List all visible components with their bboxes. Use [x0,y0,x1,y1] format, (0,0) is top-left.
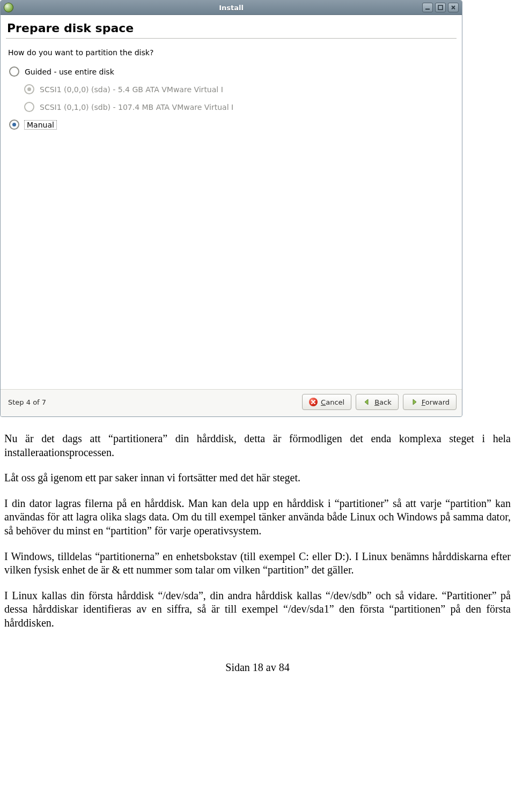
svg-rect-1 [438,5,443,10]
svg-rect-0 [425,9,430,10]
arrow-left-icon [363,398,371,406]
radio-icon [9,120,19,130]
arrow-right-icon [410,398,418,406]
window-title: Install [1,4,462,12]
forward-button[interactable]: Forward [403,394,457,410]
paragraph: I Windows, tilldelas “partitionerna” en … [4,550,511,577]
paragraph: I Linux kallas din första hårddisk “/dev… [4,589,511,630]
blank-area [6,137,457,389]
radio-disk-sdb-label: SCSI1 (0,1,0) (sdb) - 107.4 MB ATA VMwar… [40,103,233,111]
radio-guided-label: Guided - use entire disk [25,68,114,76]
maximize-button[interactable] [435,3,446,12]
step-indicator: Step 4 of 7 [8,398,46,406]
cancel-button-label: Cancel [321,398,344,406]
radio-icon [24,102,34,112]
forward-button-label: Forward [422,398,450,406]
page-heading: Prepare disk space [6,18,457,37]
radio-manual-label: Manual [25,121,56,129]
paragraph: I din dator lagras filerna på en hårddis… [4,497,511,538]
divider [6,38,457,39]
minimize-button[interactable] [422,3,433,12]
paragraph: Nu är det dags att “partitionera” din hå… [4,432,511,459]
titlebar[interactable]: Install [1,1,462,15]
radio-disk-sda[interactable]: SCSI1 (0,0,0) (sda) - 5.4 GB ATA VMware … [24,84,457,94]
radio-manual[interactable]: Manual [9,120,457,130]
paragraph: Låt oss gå igenom ett par saker innan vi… [4,471,511,485]
window-footer: Step 4 of 7 Cancel Back Forward [1,389,462,416]
mint-logo-icon [4,3,13,12]
radio-icon [24,84,34,94]
back-button[interactable]: Back [356,394,399,410]
cancel-button[interactable]: Cancel [302,394,351,410]
radio-disk-sdb[interactable]: SCSI1 (0,1,0) (sdb) - 107.4 MB ATA VMwar… [24,102,457,112]
page-number: Sidan 18 av 84 [0,661,515,674]
radio-guided[interactable]: Guided - use entire disk [9,66,457,77]
cancel-icon [309,398,318,406]
window-controls [422,3,462,12]
installer-window: Install Prepare disk space How do you wa… [0,0,462,417]
radio-disk-sda-label: SCSI1 (0,0,0) (sda) - 5.4 GB ATA VMware … [40,85,223,94]
window-body: Prepare disk space How do you want to pa… [1,15,462,389]
back-button-label: Back [374,398,392,406]
document-body: Nu är det dags att “partitionera” din hå… [0,432,515,630]
partition-question: How do you want to partition the disk? [8,48,457,57]
close-button[interactable] [448,3,459,12]
radio-icon [9,66,19,77]
